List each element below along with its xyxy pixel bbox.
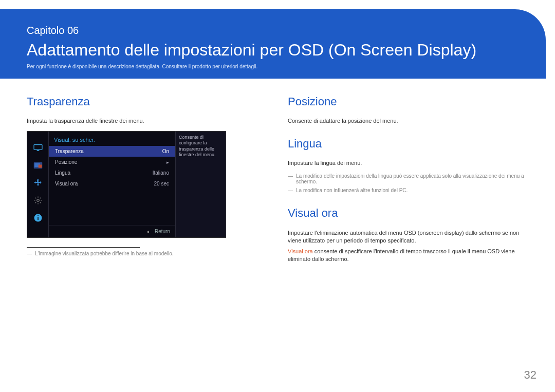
osd-help-panel: Consente di configurare la trasparenza d… <box>175 132 226 237</box>
svg-rect-1 <box>36 150 39 151</box>
svg-point-5 <box>36 199 39 202</box>
heading-posizione: Posizione <box>288 95 528 108</box>
section-lingua: Lingua Impostare la lingua dei menu. La … <box>288 137 528 193</box>
chevron-right-icon: ▸ <box>166 160 169 165</box>
right-column: Posizione Consente di adattare la posizi… <box>288 95 528 276</box>
svg-rect-0 <box>34 145 42 150</box>
osd-row: TrasparenzaOn <box>49 146 175 157</box>
note-lingua-1: La modifica delle impostazioni della lin… <box>288 173 528 184</box>
osd-row: LinguaItaliano <box>49 167 175 178</box>
svg-rect-8 <box>38 215 39 216</box>
picture-icon <box>33 160 43 171</box>
osd-return-label: Return <box>155 229 170 234</box>
section-trasparenza: Trasparenza Imposta la trasparenza delle… <box>27 95 267 256</box>
gear-icon <box>33 195 43 206</box>
osd-row: Posizione▸ <box>49 157 175 167</box>
osd-row-value: 20 sec <box>154 181 169 186</box>
content-area: Trasparenza Imposta la trasparenza delle… <box>0 79 555 276</box>
svg-rect-7 <box>38 217 39 220</box>
left-column: Trasparenza Imposta la trasparenza delle… <box>27 95 267 276</box>
chapter-label: Capitolo 06 <box>27 25 519 36</box>
footnote-image-differ: L'immagine visualizzata potrebbe differi… <box>27 251 267 256</box>
heading-lingua: Lingua <box>288 137 528 151</box>
osd-screenshot: Visual. su scher. TrasparenzaOnPosizione… <box>27 131 226 238</box>
heading-visualora: Visual ora <box>288 207 528 220</box>
osd-row-label: Posizione <box>55 159 77 165</box>
osd-row-label: Visual ora <box>55 181 78 186</box>
section-visualora: Visual ora Impostare l'eliminazione auto… <box>288 207 528 263</box>
chapter-subtitle: Per ogni funzione è disponibile una desc… <box>27 64 519 69</box>
visualora-p2: Visual ora consente di specificare l'int… <box>288 248 528 263</box>
section-posizione: Posizione Consente di adattare la posizi… <box>288 95 528 124</box>
visualora-p2-rest: consente di specificare l'intervallo di … <box>288 248 515 262</box>
footnote-divider <box>27 247 140 248</box>
svg-rect-4 <box>38 165 42 168</box>
visualora-highlight: Visual ora <box>288 248 313 254</box>
monitor-icon <box>33 143 43 153</box>
osd-row-value: On <box>162 148 169 154</box>
desc-lingua: Impostare la lingua dei menu. <box>288 160 528 166</box>
osd-main-panel: Visual. su scher. TrasparenzaOnPosizione… <box>49 132 175 237</box>
osd-return-bar: ◂ Return <box>49 225 175 237</box>
heading-trasparenza: Trasparenza <box>27 95 267 108</box>
osd-row-label: Trasparenza <box>55 148 84 154</box>
visualora-p1: Impostare l'eliminazione automatica del … <box>288 229 528 245</box>
note-lingua-2: La modifica non influenzerà altre funzio… <box>288 188 528 193</box>
chapter-title: Adattamento delle impostazioni per OSD (… <box>27 41 519 60</box>
info-icon <box>33 213 43 223</box>
osd-row: Visual ora20 sec <box>49 178 175 189</box>
osd-panel-title: Visual. su scher. <box>49 132 175 146</box>
osd-menu-list: TrasparenzaOnPosizione▸LinguaItalianoVis… <box>49 146 175 189</box>
chapter-header: Capitolo 06 Adattamento delle impostazio… <box>0 9 546 79</box>
osd-row-value: Italiano <box>153 170 169 176</box>
desc-trasparenza: Imposta la trasparenza delle finestre de… <box>27 118 267 124</box>
return-arrow-icon: ◂ <box>146 229 149 234</box>
osd-row-label: Lingua <box>55 170 70 176</box>
osd-sidebar <box>27 132 49 237</box>
page-number: 32 <box>524 368 536 382</box>
desc-posizione: Consente di adattare la posizione del me… <box>288 118 528 124</box>
osd-spacer <box>49 189 175 225</box>
arrows-icon <box>33 178 43 188</box>
